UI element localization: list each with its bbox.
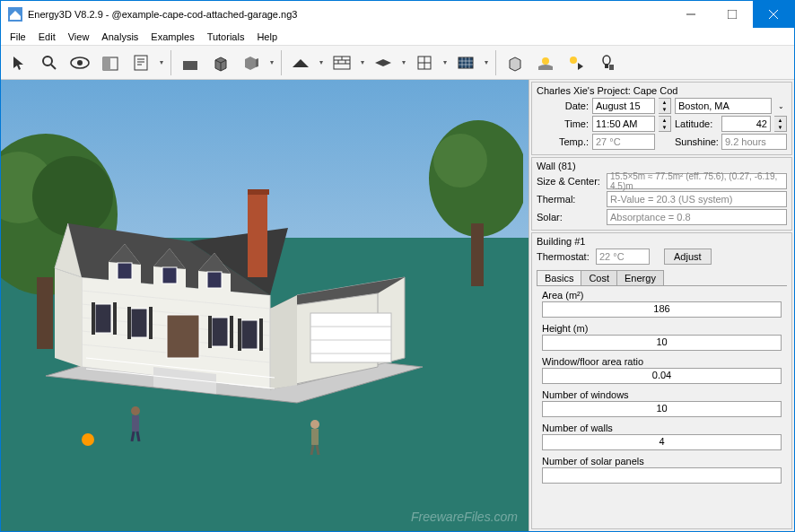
svg-point-89 xyxy=(131,406,140,415)
svg-rect-34 xyxy=(605,64,608,68)
foundation-tool[interactable] xyxy=(176,48,205,77)
solar-panels-value xyxy=(542,467,782,484)
latitude-input[interactable]: 42 xyxy=(721,116,771,132)
menu-analysis[interactable]: Analysis xyxy=(96,30,144,44)
svg-rect-15 xyxy=(183,61,197,70)
windows-value: 10 xyxy=(542,401,782,417)
svg-rect-85 xyxy=(167,315,199,358)
wfr-value: 0.04 xyxy=(542,368,782,384)
svg-rect-66 xyxy=(118,263,132,279)
date-spinner[interactable]: ▲▼ xyxy=(659,98,671,114)
building-header: Building #1 xyxy=(537,236,787,247)
sunshine-label: Sunshine: xyxy=(675,136,718,147)
svg-point-32 xyxy=(570,57,577,64)
time-label: Time: xyxy=(537,118,589,129)
time-input[interactable]: 11:50 AM xyxy=(592,116,655,132)
walls-value: 4 xyxy=(542,434,782,450)
sun-tool[interactable] xyxy=(531,48,560,77)
svg-marker-58 xyxy=(55,268,82,367)
resize-tool[interactable] xyxy=(96,48,125,77)
roof-tool[interactable] xyxy=(286,48,315,77)
solar-panel-tool[interactable] xyxy=(451,48,480,77)
close-button[interactable] xyxy=(753,1,794,28)
minimize-button[interactable] xyxy=(670,1,712,28)
floor-dropdown-icon[interactable]: ▾ xyxy=(399,58,408,66)
temp-value: 27 °C xyxy=(592,134,655,150)
tree-right xyxy=(424,116,523,295)
date-label: Date: xyxy=(537,100,589,111)
window-dropdown-icon[interactable]: ▾ xyxy=(441,58,450,66)
solar-value: Absorptance = 0.8 xyxy=(607,209,787,225)
size-label: Size & Center: xyxy=(537,176,603,187)
thermal-value: R-Value = 20.3 (US system) xyxy=(607,191,787,207)
roof-dropdown-icon[interactable]: ▾ xyxy=(317,58,326,66)
sunshine-value: 9.2 hours xyxy=(721,134,787,150)
window-title: Energy3D V8.2.9 - @example-cape-cod-atta… xyxy=(28,9,297,20)
svg-rect-63 xyxy=(248,189,269,195)
floor-tool[interactable] xyxy=(369,48,398,77)
wall-dropdown-icon[interactable]: ▾ xyxy=(267,58,276,66)
height-label: Height (m) xyxy=(542,323,782,334)
svg-rect-94 xyxy=(311,429,319,445)
svg-rect-75 xyxy=(113,302,117,335)
note-tool[interactable] xyxy=(127,48,155,77)
select-tool[interactable] xyxy=(4,48,33,77)
animate-tool[interactable] xyxy=(562,48,590,77)
svg-point-8 xyxy=(77,60,83,65)
size-value: 15.5×5m ≈ 77.5m² (eff. 75.6), (0.27, -6.… xyxy=(607,173,787,189)
svg-point-93 xyxy=(310,420,319,429)
wfr-label: Window/floor area ratio xyxy=(542,356,782,367)
svg-rect-77 xyxy=(127,307,131,339)
brick-dropdown-icon[interactable]: ▾ xyxy=(358,58,367,66)
svg-rect-35 xyxy=(609,65,614,70)
latitude-spinner[interactable]: ▲▼ xyxy=(774,116,787,132)
watermark: FreewareFiles.com xyxy=(411,510,518,524)
time-spinner[interactable]: ▲▼ xyxy=(659,116,671,132)
svg-rect-2 xyxy=(728,10,737,19)
house-model xyxy=(46,179,432,430)
zoom-tool[interactable] xyxy=(35,48,64,77)
wall-panel: Wall (81) Size & Center: 15.5×5m ≈ 77.5m… xyxy=(531,157,792,231)
svg-point-5 xyxy=(43,57,52,65)
svg-rect-84 xyxy=(259,318,263,351)
tab-energy[interactable]: Energy xyxy=(616,270,664,285)
window-tool[interactable] xyxy=(410,48,439,77)
3d-viewport[interactable]: FreewareFiles.com xyxy=(1,80,529,531)
date-input[interactable]: August 15 xyxy=(592,98,655,114)
note-dropdown-icon[interactable]: ▾ xyxy=(157,58,166,66)
solar-dropdown-icon[interactable]: ▾ xyxy=(482,58,491,66)
svg-rect-62 xyxy=(248,192,267,277)
windows-label: Number of windows xyxy=(542,389,782,400)
wall-header: Wall (81) xyxy=(537,161,787,171)
tab-basics[interactable]: Basics xyxy=(537,270,581,285)
solar-panels-label: Number of solar panels xyxy=(542,456,782,467)
svg-rect-73 xyxy=(95,304,111,333)
svg-marker-47 xyxy=(270,295,297,389)
svg-rect-78 xyxy=(149,307,153,339)
tab-cost[interactable]: Cost xyxy=(581,270,617,285)
view-tool[interactable] xyxy=(66,48,94,77)
energy-tool[interactable] xyxy=(592,48,621,77)
height-value: 10 xyxy=(542,335,782,351)
area-value: 186 xyxy=(542,301,782,318)
maximize-button[interactable] xyxy=(712,1,753,28)
svg-rect-79 xyxy=(212,318,228,346)
menu-help[interactable]: Help xyxy=(251,30,283,44)
wall-tool[interactable] xyxy=(237,48,266,77)
svg-point-31 xyxy=(542,57,549,65)
menu-examples[interactable]: Examples xyxy=(145,30,199,44)
adjust-button[interactable]: Adjust xyxy=(664,249,712,265)
menu-edit[interactable]: Edit xyxy=(33,30,61,44)
location-select[interactable]: Boston, MA xyxy=(675,98,772,114)
menu-view[interactable]: View xyxy=(63,30,95,44)
brick-tool[interactable] xyxy=(328,48,356,77)
app-icon xyxy=(8,7,22,22)
menu-tutorials[interactable]: Tutorials xyxy=(202,30,250,44)
area-label: Area (m²) xyxy=(542,290,782,301)
box-tool[interactable] xyxy=(206,48,235,77)
building-tabs: Basics Cost Energy xyxy=(537,270,787,286)
shadow-tool[interactable] xyxy=(501,48,529,77)
svg-rect-10 xyxy=(103,57,110,70)
menu-file[interactable]: File xyxy=(4,30,31,44)
temp-label: Temp.: xyxy=(537,136,589,147)
